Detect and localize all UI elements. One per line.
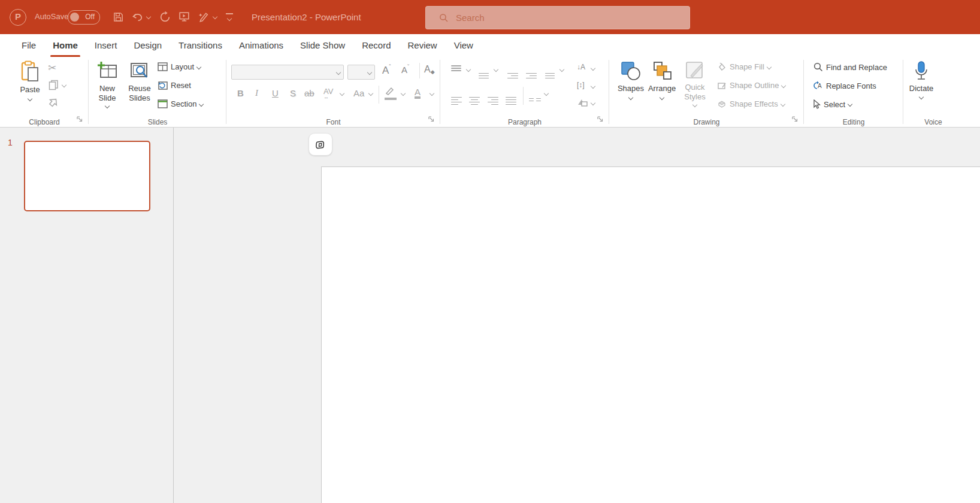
numbering-button[interactable] <box>479 65 489 78</box>
change-case-dropdown-icon[interactable] <box>368 91 373 96</box>
align-text-dropdown-icon[interactable] <box>591 84 595 89</box>
font-color-button[interactable]: A <box>415 87 421 97</box>
search-input[interactable] <box>455 12 689 23</box>
convert-to-smartart-button[interactable] <box>577 98 588 109</box>
layout-button[interactable]: Layout <box>158 62 201 71</box>
font-color-swatch <box>415 96 421 99</box>
shape-fill-button[interactable]: Shape Fill <box>717 62 771 71</box>
font-size-combobox[interactable] <box>347 65 375 80</box>
start-slideshow-button[interactable] <box>177 10 190 23</box>
paste-button[interactable]: Paste <box>16 60 44 101</box>
text-direction-dropdown-icon[interactable] <box>591 66 595 71</box>
align-right-button[interactable] <box>488 89 498 105</box>
copy-icon <box>49 80 59 90</box>
tab-home[interactable]: Home <box>44 34 86 57</box>
increase-font-size-button[interactable]: Aˆ <box>382 64 391 77</box>
bullets-dropdown-icon[interactable] <box>466 67 471 72</box>
text-direction-button[interactable]: ↓A <box>577 63 585 71</box>
dictate-button[interactable]: Dictate <box>906 60 937 99</box>
justify-icon <box>506 97 516 105</box>
decrease-font-size-button[interactable]: Aˇ <box>401 64 409 75</box>
smartart-dropdown-icon[interactable] <box>591 101 595 105</box>
numbering-dropdown-icon[interactable] <box>494 67 498 72</box>
replace-fonts-button[interactable]: A Replace Fonts <box>812 81 879 90</box>
quick-styles-label: Quick Styles <box>682 83 708 102</box>
shape-effects-button[interactable]: Shape Effects <box>717 99 785 108</box>
reuse-slides-button[interactable]: Reuse Slides <box>123 60 156 103</box>
tab-design[interactable]: Design <box>125 34 170 57</box>
underline-button[interactable]: U <box>272 88 279 98</box>
font-dialog-launcher[interactable] <box>428 114 434 125</box>
change-case-button[interactable]: Aa <box>353 88 364 98</box>
new-slide-button[interactable]: New Slide <box>92 60 122 108</box>
shapes-label: Shapes <box>618 84 644 93</box>
align-left-button[interactable] <box>451 89 462 105</box>
tab-animations[interactable]: Animations <box>231 34 292 57</box>
customize-quick-access-toolbar-button[interactable] <box>226 13 233 20</box>
tab-file[interactable]: File <box>13 34 44 57</box>
tab-insert[interactable]: Insert <box>86 34 126 57</box>
increase-indent-button[interactable] <box>526 65 537 78</box>
tab-transitions[interactable]: Transitions <box>170 34 231 57</box>
undo-dropdown-icon[interactable] <box>146 14 151 19</box>
autosave-toggle[interactable]: Off <box>68 10 100 25</box>
line-spacing-dropdown-icon[interactable] <box>559 67 564 72</box>
align-text-button[interactable]: [↕] <box>577 81 585 89</box>
save-button[interactable] <box>111 10 125 23</box>
redo-button[interactable] <box>158 10 171 23</box>
dictate-dropdown-icon <box>919 95 924 99</box>
italic-button[interactable]: I <box>255 88 258 98</box>
character-spacing-button[interactable]: AV↔ <box>323 87 333 100</box>
tab-view[interactable]: View <box>446 34 482 57</box>
strikethrough-button[interactable]: ab <box>304 88 314 98</box>
columns-dropdown-icon[interactable] <box>544 91 549 96</box>
slide-1-thumbnail[interactable] <box>24 141 150 211</box>
undo-button[interactable] <box>131 10 144 23</box>
clear-formatting-button[interactable]: A◆ <box>424 64 435 75</box>
font-group-label: Font <box>226 118 440 126</box>
text-highlight-color-button[interactable] <box>385 87 395 98</box>
decrease-indent-button[interactable] <box>507 65 518 78</box>
tab-review[interactable]: Review <box>400 34 446 57</box>
font-color-dropdown-icon[interactable] <box>429 91 434 96</box>
highlight-dropdown-icon[interactable] <box>401 91 406 96</box>
dictate-microphone-icon <box>912 60 931 82</box>
tab-slide-show[interactable]: Slide Show <box>292 34 353 57</box>
copilot-button[interactable] <box>308 133 332 156</box>
line-spacing-button[interactable] <box>545 65 555 78</box>
tab-record[interactable]: Record <box>353 34 399 57</box>
copy-button[interactable] <box>49 80 59 93</box>
character-spacing-dropdown-icon[interactable] <box>340 91 344 96</box>
drawing-dialog-launcher[interactable] <box>792 114 798 125</box>
clipboard-dialog-launcher[interactable] <box>77 114 83 125</box>
columns-button[interactable] <box>529 90 541 101</box>
text-shadow-button[interactable]: S <box>290 88 296 98</box>
search-box[interactable] <box>425 6 690 29</box>
reuse-slides-icon <box>129 60 150 82</box>
quick-access-pen-dropdown-icon[interactable] <box>213 14 217 19</box>
paragraph-dialog-launcher[interactable] <box>597 114 603 125</box>
shape-effects-dropdown-icon <box>780 101 785 106</box>
align-center-button[interactable] <box>469 89 480 105</box>
quick-styles-button[interactable]: Quick Styles <box>680 60 710 107</box>
replace-fonts-icon: A <box>812 81 823 90</box>
copy-dropdown-icon[interactable] <box>62 83 66 87</box>
powerpoint-app-icon[interactable]: P <box>10 9 26 26</box>
reset-button[interactable]: Reset <box>158 81 194 90</box>
select-button[interactable]: Select <box>812 99 852 109</box>
slide-canvas[interactable] <box>321 166 980 503</box>
tab-label: View <box>454 40 473 50</box>
bold-button[interactable]: B <box>237 88 244 98</box>
bullets-button[interactable] <box>451 65 461 71</box>
quick-access-pen-button[interactable] <box>196 10 210 23</box>
shapes-button[interactable]: Shapes <box>616 60 645 99</box>
arrange-button[interactable]: Arrange <box>646 60 677 99</box>
shape-outline-button[interactable]: Shape Outline <box>717 81 785 90</box>
section-button[interactable]: Section <box>158 99 203 108</box>
cut-button[interactable]: ✂ <box>48 62 56 74</box>
font-name-combobox[interactable] <box>231 65 344 80</box>
justify-button[interactable] <box>506 89 516 105</box>
find-and-replace-button[interactable]: Find and Replace <box>813 62 890 72</box>
format-painter-button[interactable] <box>48 97 59 110</box>
shapes-icon <box>620 60 642 82</box>
